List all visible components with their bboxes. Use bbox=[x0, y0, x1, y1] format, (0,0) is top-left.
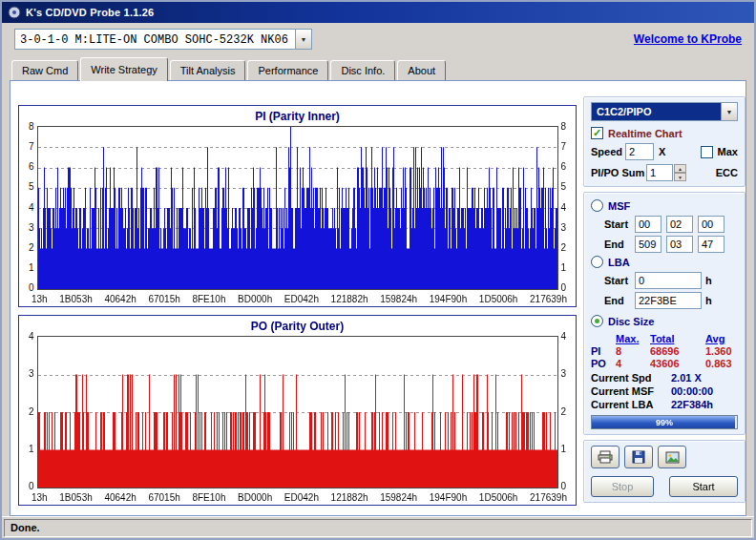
y-tick-label: 5 bbox=[29, 181, 34, 192]
welcome-link[interactable]: Welcome to KProbe bbox=[634, 32, 742, 46]
y-tick-label: 5 bbox=[561, 181, 567, 192]
y-tick-label: 3 bbox=[29, 368, 34, 379]
y-tick-label: 1 bbox=[29, 262, 34, 273]
msf-start-frame-input[interactable] bbox=[698, 216, 724, 233]
y-tick-label: 4 bbox=[561, 202, 567, 213]
max-checkbox[interactable] bbox=[701, 146, 713, 158]
spinner-up-icon[interactable]: ▲ bbox=[674, 164, 686, 173]
x-tick-label: 67015h bbox=[148, 492, 179, 503]
pipo-sum-spinner[interactable]: ▲▼ bbox=[674, 164, 686, 181]
msf-start-row: Start bbox=[604, 216, 738, 233]
msf-end-row: End bbox=[604, 236, 738, 253]
y-tick-label: 2 bbox=[29, 242, 34, 253]
y-tick-label: 3 bbox=[561, 222, 567, 233]
ecc-label: ECC bbox=[716, 167, 738, 178]
msf-end-sec-input[interactable] bbox=[666, 236, 693, 253]
tab-tilt-analysis[interactable]: Tilt Analysis bbox=[170, 60, 246, 80]
msf-label: MSF bbox=[608, 200, 630, 212]
tab-write-strategy[interactable]: Write Strategy bbox=[80, 57, 168, 81]
msf-end-label: End bbox=[604, 239, 635, 250]
spinner-down-icon[interactable]: ▼ bbox=[674, 173, 686, 181]
speed-row: Speed X Max bbox=[591, 143, 738, 160]
mode-select-chevron-down-icon[interactable]: ▼ bbox=[721, 103, 737, 120]
y-tick-label: 7 bbox=[561, 141, 567, 152]
save-button[interactable] bbox=[624, 446, 653, 468]
disc-size-label: Disc Size bbox=[608, 316, 654, 327]
lba-start-input[interactable] bbox=[635, 272, 702, 289]
start-button[interactable]: Start bbox=[669, 476, 738, 497]
image-icon bbox=[665, 451, 680, 464]
x-tick-label: ED042h bbox=[284, 492, 319, 503]
actions-group: Stop Start bbox=[583, 440, 746, 503]
pi-chart-canvas bbox=[37, 126, 558, 290]
stop-button[interactable]: Stop bbox=[591, 476, 654, 497]
y-tick-label: 0 bbox=[29, 282, 34, 293]
lba-start-label: Start bbox=[604, 275, 635, 286]
x-tick-label: 40642h bbox=[104, 492, 136, 503]
mode-select-value: C1C2/PIPO bbox=[592, 103, 721, 120]
speed-input[interactable] bbox=[625, 143, 654, 160]
x-tick-label: 159824h bbox=[380, 294, 417, 304]
range-stats-group: MSF Start End LBA bbox=[583, 192, 746, 435]
pi-y-axis-left: 876543210 bbox=[22, 121, 37, 293]
msf-end-min-input[interactable] bbox=[635, 236, 662, 253]
x-tick-label: 13h bbox=[32, 492, 48, 503]
msf-start-sec-input[interactable] bbox=[666, 216, 693, 233]
x-tick-label: 8FE10h bbox=[192, 294, 225, 304]
x-tick-label: BD000h bbox=[238, 294, 272, 304]
stats-po-max: 4 bbox=[616, 358, 650, 369]
status-bar: Done. bbox=[2, 516, 754, 538]
lba-end-input[interactable] bbox=[635, 292, 702, 309]
drive-select-value: 3-0-1-0 M:LITE-ON COMBO SOHC-5232K NK06 bbox=[15, 30, 295, 49]
window-title: K's CD/DVD Probe 1.1.26 bbox=[26, 7, 154, 18]
msf-end-frame-input[interactable] bbox=[698, 236, 724, 253]
status-text: Done. bbox=[4, 519, 752, 537]
lba-radio[interactable] bbox=[591, 256, 603, 268]
stats-table: Max. Total Avg PI 8 68696 1.360 PO 4 436… bbox=[591, 333, 738, 369]
stats-header-total: Total bbox=[650, 333, 705, 344]
x-tick-label: 217639h bbox=[530, 492, 567, 503]
mode-select[interactable]: C1C2/PIPO ▼ bbox=[591, 102, 738, 121]
pipo-sum-row: PI/PO Sum ▲▼ ECC bbox=[591, 164, 738, 181]
x-tick-label: 1D5006h bbox=[479, 492, 518, 503]
tab-raw-cmd[interactable]: Raw Cmd bbox=[11, 60, 78, 80]
progress-text: 99% bbox=[592, 416, 737, 428]
msf-start-min-input[interactable] bbox=[635, 216, 662, 233]
msf-radio[interactable] bbox=[591, 199, 603, 212]
y-tick-label: 7 bbox=[29, 141, 34, 152]
y-tick-label: 6 bbox=[29, 161, 34, 172]
current-msf-row: Current MSF 00:00:00 bbox=[591, 385, 738, 398]
lba-label: LBA bbox=[608, 257, 630, 268]
realtime-checkbox[interactable] bbox=[591, 127, 603, 139]
current-msf-value: 00:00:00 bbox=[671, 385, 713, 398]
save-image-button[interactable] bbox=[658, 446, 686, 468]
drive-select[interactable]: 3-0-1-0 M:LITE-ON COMBO SOHC-5232K NK06 … bbox=[14, 29, 312, 50]
save-icon bbox=[632, 450, 645, 464]
x-tick-label: 13h bbox=[32, 294, 48, 304]
x-tick-label: 40642h bbox=[104, 294, 136, 304]
tab-disc-info[interactable]: Disc Info. bbox=[330, 60, 395, 80]
y-tick-label: 2 bbox=[561, 242, 567, 253]
po-chart: PO (Parity Outer) 43210 43210 13h1B053h4… bbox=[18, 315, 577, 506]
y-tick-label: 2 bbox=[29, 406, 34, 417]
tab-about[interactable]: About bbox=[397, 60, 446, 80]
realtime-label: Realtime Chart bbox=[608, 128, 682, 139]
y-tick-label: 1 bbox=[561, 444, 567, 454]
current-speed-label: Current Spd bbox=[591, 372, 671, 384]
x-tick-label: 1D5006h bbox=[479, 294, 518, 304]
print-button[interactable] bbox=[591, 446, 620, 468]
x-tick-label: 1B053h bbox=[59, 492, 92, 503]
tab-performance[interactable]: Performance bbox=[247, 60, 328, 80]
lba-end-unit: h bbox=[705, 295, 712, 306]
control-panel: C1C2/PIPO ▼ Realtime Chart Speed X Max bbox=[583, 96, 746, 503]
lba-start-unit: h bbox=[705, 275, 712, 286]
drive-select-chevron-down-icon[interactable]: ▼ bbox=[295, 30, 311, 49]
pipo-sum-input[interactable] bbox=[646, 164, 673, 181]
lba-end-row: End h bbox=[604, 292, 738, 309]
disc-size-radio[interactable] bbox=[591, 315, 603, 327]
y-tick-label: 4 bbox=[29, 202, 34, 213]
stats-po-name: PO bbox=[591, 358, 616, 369]
pipo-sum-label: PI/PO Sum bbox=[591, 167, 646, 178]
app-icon bbox=[8, 6, 21, 19]
x-tick-label: 8FE10h bbox=[192, 492, 225, 503]
